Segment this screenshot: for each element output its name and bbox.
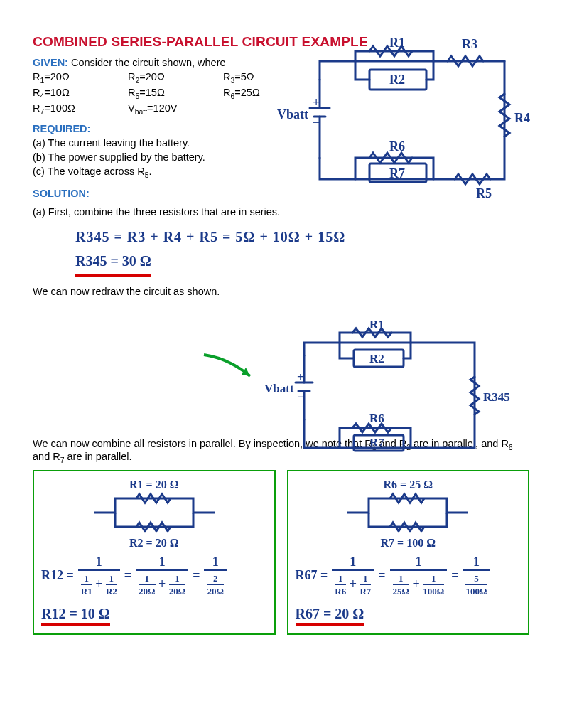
svg-text:R4: R4: [514, 111, 530, 125]
svg-text:Vbatt: Vbatt: [264, 382, 294, 395]
svg-text:+: +: [313, 95, 320, 109]
svg-text:R2: R2: [389, 73, 405, 87]
svg-text:R6: R6: [389, 139, 405, 154]
r5-val: R5=15Ω: [128, 87, 178, 100]
redraw-text: We can now redraw the circuit as shown.: [33, 286, 529, 297]
arrow-icon: [200, 351, 264, 389]
r7-val: R7=100Ω: [33, 102, 82, 116]
circuit-diagram-original: Vbatt +− R1 R2 R3 R4 R5 R6 R7: [270, 51, 533, 196]
svg-text:R2: R2: [369, 352, 384, 365]
svg-text:−: −: [297, 390, 304, 404]
r2-val: R2=20Ω: [128, 71, 178, 85]
svg-text:R7: R7: [369, 436, 384, 449]
svg-text:−: −: [313, 115, 320, 129]
svg-text:R1: R1: [369, 318, 384, 331]
svg-text:R5: R5: [476, 186, 492, 200]
vbatt-label: Vbatt: [277, 107, 308, 122]
r4-val: R4=10Ω: [33, 87, 82, 100]
circuit-diagram-redrawn: Vbatt +− R1 R2 R345 R6 R7: [261, 334, 503, 464]
svg-text:+: +: [297, 370, 304, 384]
r12-box: R1 = 20 Ω R2 = 20 Ω R12 = 1 1R1 + 1R2 = …: [33, 470, 276, 635]
svg-text:R3: R3: [462, 37, 477, 51]
page-title: COMBINED SERIES-PARALLEL CIRCUIT EXAMPLE: [33, 34, 529, 50]
svg-text:R1: R1: [389, 36, 405, 50]
svg-text:R7: R7: [389, 166, 405, 181]
sol-a-intro: (a) First, combine the three resistors t…: [33, 206, 529, 218]
r1-val: R1=20Ω: [33, 71, 82, 85]
r6-val: R6=25Ω: [223, 87, 273, 100]
equation-r345: R345 = R3 + R4 + R5 = 5Ω + 10Ω + 15Ω R34…: [75, 225, 529, 277]
r3-val: R3=5Ω: [223, 71, 273, 85]
svg-text:R345: R345: [483, 390, 510, 404]
vbatt-val: Vbatt=120V: [128, 102, 178, 116]
svg-text:R6: R6: [369, 412, 384, 425]
r67-box: R6 = 25 Ω R7 = 100 Ω R67 = 1 1R6 + 1R7 =…: [287, 470, 530, 635]
